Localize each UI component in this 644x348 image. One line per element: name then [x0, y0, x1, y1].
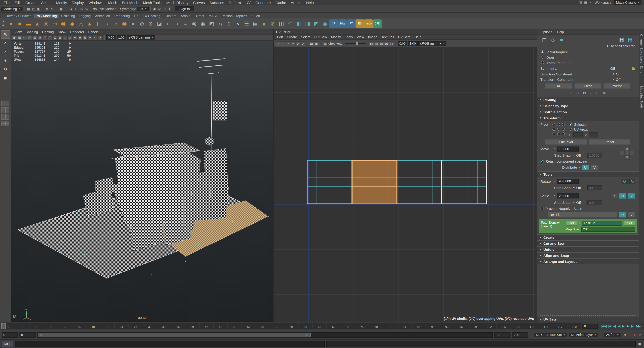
menu-mesh-display[interactable]: Mesh Display — [164, 0, 191, 5]
frame-tick-84[interactable]: 84 — [397, 323, 412, 329]
shelf-sculpt-tool[interactable]: ● — [129, 19, 138, 28]
frame-tick-63[interactable]: 63 — [298, 323, 312, 329]
frame-tick-108[interactable]: 108 — [510, 323, 524, 329]
viewport-menu-renderer[interactable]: Renderer — [68, 30, 86, 34]
frame-tick-30[interactable]: 30 — [142, 323, 157, 329]
texture-swatch-icon[interactable]: ▩ — [323, 41, 328, 46]
section-uv-sets[interactable]: ▸ UV Sets — [537, 316, 639, 322]
camera-lock-icon[interactable]: ◧ — [12, 35, 17, 40]
shelf-options-icon[interactable]: ▾ — [1, 20, 6, 23]
shelf-poly-prism[interactable]: ▲ — [85, 19, 94, 28]
rotate-step-snap-caret-icon[interactable]: ▾ — [573, 186, 574, 189]
move-step-snap-value[interactable]: Off — [576, 153, 586, 157]
selection-constraint-value[interactable]: Off — [616, 72, 635, 76]
flip-v-icon[interactable]: ⇅ — [280, 41, 285, 46]
texel-caret-icon[interactable]: ▾ — [578, 221, 580, 224]
shelf-impo-shelf-button[interactable]: Impo — [364, 19, 373, 28]
fps-dropdown[interactable]: 24 fps — [604, 333, 620, 337]
range-slider[interactable]: 0 120 — [37, 332, 493, 338]
step-forward-key-button[interactable]: ▶| — [630, 324, 634, 328]
pivot-uv-area-radio[interactable] — [569, 128, 572, 131]
shelf-bevel[interactable]: ◩ — [207, 19, 216, 28]
shelf-poly-cone[interactable]: ▲ — [33, 19, 42, 28]
shelf-tab-animation[interactable]: Animation — [93, 14, 112, 18]
grid-icon[interactable]: ▦ — [17, 35, 22, 40]
viewport-view-transform-dropdown[interactable]: sRGB gamma — [127, 35, 155, 40]
frame-tick-111[interactable]: 111 — [524, 323, 539, 329]
distribute-u-button[interactable]: U — [582, 164, 589, 170]
section-align-and-snap[interactable]: ▸Align and Snap — [537, 252, 639, 258]
distribute-v-button[interactable]: V — [591, 164, 598, 170]
select-border-icon[interactable]: ⊟ — [575, 90, 580, 95]
uv-exposure-field[interactable]: 0.00 — [398, 41, 407, 46]
redo-icon[interactable]: ↻ — [50, 6, 55, 11]
snap-to-view-plane-icon[interactable]: ▭ — [79, 6, 84, 11]
uv-borders-icon[interactable]: ◫ — [374, 41, 379, 46]
scale-step-snap-caret-icon[interactable]: ▾ — [573, 201, 574, 204]
sign-in-button[interactable]: Sign In — [175, 6, 194, 11]
section-select-by-type[interactable]: ▸Select By Type — [537, 103, 639, 108]
pivot-position-7[interactable] — [557, 132, 560, 135]
nudge-left-icon[interactable]: ‹ — [620, 151, 624, 155]
new-scene-icon[interactable]: ▤ — [26, 6, 31, 11]
uv-view-transform-dropdown[interactable]: sRGB gamma — [418, 41, 446, 46]
frame-tick-105[interactable]: 105 — [496, 323, 510, 329]
select-loop-icon[interactable]: ◫ — [595, 90, 600, 95]
shelf-uv-editor-shelf[interactable]: ▦ — [321, 19, 330, 28]
map-size-field[interactable]: 2048 — [582, 227, 635, 232]
workspace-dropdown[interactable]: Maya Classic — [614, 0, 641, 5]
section-pinning[interactable]: ▸Pinning — [537, 97, 639, 102]
auto-keyframe-icon[interactable]: ● — [632, 332, 637, 337]
menu-set-dropdown[interactable]: Modeling — [1, 6, 22, 11]
rotate-step-snap-value[interactable]: Off — [576, 186, 586, 190]
symmetry-caret-icon[interactable]: ▾ — [607, 67, 608, 70]
texture-name-label[interactable]: checker1 — [328, 41, 342, 45]
menu-uv[interactable]: UV — [243, 0, 253, 5]
snap-to-curve-icon[interactable]: ◠ — [64, 6, 68, 11]
shelf-uv-camera-projection[interactable]: ◩ — [312, 19, 321, 28]
shelf-quad-draw[interactable]: ▣ — [260, 19, 268, 28]
character-set-dropdown[interactable]: No Character Set — [534, 333, 567, 337]
right-tab-modeling-toolkit[interactable]: Modeling Toolkit — [640, 86, 643, 110]
shelf-bridge[interactable]: ∩ — [216, 19, 225, 28]
shelf-crease[interactable]: ◠ — [286, 19, 294, 28]
animation-end-field[interactable]: 200 — [512, 332, 528, 338]
scale-tool[interactable]: ▣ — [1, 74, 10, 82]
step-forward-frame-button[interactable]: |▶ — [626, 324, 630, 328]
go-to-end-button[interactable]: ▶▶| — [635, 324, 642, 328]
frame-tick-45[interactable]: 45 — [213, 323, 228, 329]
section-soft-selection[interactable]: ▸Soft Selection — [537, 109, 639, 114]
viewport-gamma-field[interactable]: 1.00 — [116, 35, 126, 40]
playback-loop-icon[interactable]: ∞ — [622, 332, 627, 337]
shelf-boolean-difference[interactable]: ◑ — [172, 19, 181, 28]
flip-button[interactable]: ⇄ Flip — [548, 212, 617, 217]
frame-selected-icon[interactable]: ⊞ — [57, 35, 62, 40]
shrink-selection-icon[interactable]: ⊡ — [588, 90, 594, 95]
shaded-uv-display-icon[interactable]: ◧ — [369, 41, 374, 46]
marquee-select-icon[interactable]: ▢ — [540, 36, 548, 43]
frame-tick-39[interactable]: 39 — [185, 323, 199, 329]
pivot-u-field[interactable] — [573, 132, 582, 137]
scale-u-button[interactable]: U — [619, 193, 626, 199]
menu-surfaces[interactable]: Surfaces — [207, 0, 226, 5]
selection-mode-drag[interactable]: Drag — [537, 54, 639, 60]
shelf-poly-torus[interactable]: ◎ — [42, 19, 50, 28]
menu-create[interactable]: Create — [23, 0, 39, 5]
pivot-selection-radio[interactable] — [569, 123, 572, 126]
timeline-ticks[interactable]: 0369121518212427303336394245485154576063… — [1, 323, 582, 329]
shelf-target-weld[interactable]: ⊕ — [268, 19, 277, 28]
pivot-position-5[interactable] — [562, 128, 565, 131]
dim-image-slider-handle[interactable] — [356, 41, 358, 45]
layout-three-pane[interactable] — [1, 114, 10, 120]
layout-four-pane[interactable] — [1, 121, 10, 126]
menu-select[interactable]: Select — [39, 0, 54, 5]
uv-menu-create[interactable]: Create — [285, 35, 299, 39]
menu-mesh-tools[interactable]: Mesh Tools — [141, 0, 164, 5]
frame-tick-75[interactable]: 75 — [355, 323, 369, 329]
frame-tick-3[interactable]: 3 — [15, 323, 29, 329]
uv-gamma-field[interactable]: 1.00 — [408, 41, 418, 46]
safe-action-icon[interactable]: ◰ — [42, 35, 47, 40]
current-frame-field[interactable]: 0 — [582, 324, 598, 328]
uv-canvas[interactable]: (1/4) UV shells, (0/0) overlapping UVs, … — [274, 48, 537, 322]
menu-arnold[interactable]: Arnold — [288, 0, 304, 5]
